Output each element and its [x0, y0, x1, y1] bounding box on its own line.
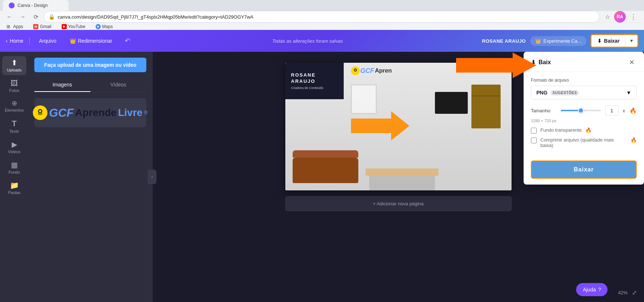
tamanho-input[interactable] [605, 105, 618, 116]
sidebar-item-fotos[interactable]: 🖼 Fotos [2, 77, 26, 96]
format-select-dropdown[interactable]: PNG SUGESTÕES ▼ [531, 86, 637, 100]
format-label: Formato de arquivo [531, 78, 637, 83]
zoom-level-text: 42% [618, 290, 628, 295]
canvas-page[interactable]: ROSANE ARAUJO Criadora de Conteúdo [285, 63, 512, 190]
left-panel: Faça upload de uma imagem ou vídeo Image… [28, 52, 153, 302]
canvas-name-title: Criadora de Conteúdo [291, 86, 338, 90]
chevron-left-icon: ‹ [6, 38, 8, 44]
left-sidebar: ⬆ Uploads 🖼 Fotos ⊕ Elementos T Texto ▶ … [0, 52, 28, 302]
upload-icon: ⬆ [11, 59, 18, 66]
fundo-transparente-checkbox[interactable] [531, 128, 537, 133]
profile-avatar[interactable]: RA [614, 11, 626, 23]
chevron-down-icon: ▼ [626, 90, 631, 96]
sidebar-item-fotos-label: Fotos [9, 88, 19, 93]
download-panel-title-text: Baix [539, 59, 551, 66]
orange-arrow-canvas-svg [351, 111, 409, 140]
download-panel-close-button[interactable]: ✕ [627, 58, 637, 67]
bookmark-youtube-label: YouTube [68, 24, 85, 29]
tab-title: Canva - Design [18, 3, 48, 8]
tab-videos-label: Vídeos [110, 82, 126, 88]
comprimir-checkbox[interactable] [531, 138, 537, 143]
gcf-registered-icon: ® [144, 110, 147, 116]
redimensionar-button[interactable]: 👑 Redimensionar [66, 36, 116, 46]
fundo-transparente-label: Fundo transparente [540, 127, 582, 133]
sidebar-item-uploads-label: Uploads [7, 68, 22, 72]
url-text: canva.com/design/DAD9Sqd_Pj8/7J7I_gT4spl… [58, 14, 595, 20]
orange-arrow-top-svg [456, 53, 536, 78]
sidebar-item-pastas[interactable]: 📁 Pastas [2, 179, 26, 198]
sidebar-item-fundo[interactable]: ▦ Fundo [2, 158, 26, 177]
panel-content: GCF Aprende Livre ® [28, 92, 152, 302]
crown-icon-2: 👑 [535, 38, 541, 44]
browser-actions: ☆ RA ⋮ [602, 11, 640, 23]
sidebar-item-uploads[interactable]: ⬆ Uploads [2, 56, 26, 75]
download-icon: ⬇ [597, 38, 602, 44]
home-link[interactable]: ‹ Home [6, 38, 23, 44]
download-btn-group: ⬇ Baixar ▼ [591, 34, 638, 47]
download-main-button[interactable]: ⬇ Baixar [591, 35, 625, 47]
undo-button[interactable]: ↶ [122, 35, 133, 46]
fundo-transparente-row: Fundo transparente 🔥 [531, 127, 637, 133]
format-name-text: PNG [536, 90, 547, 96]
panel-tabs: Imagens Vídeos [34, 78, 146, 92]
topbar-center: Todas as alterações foram salvas [139, 38, 476, 44]
bookmark-maps[interactable]: ◉ Maps [93, 23, 115, 30]
sidebar-item-videos[interactable]: ▶ Vídeos [2, 138, 26, 157]
topbar: ‹ Home Arquivo 👑 Redimensionar ↶ Todas a… [0, 30, 644, 52]
more-options-button[interactable]: ⋮ [627, 11, 640, 22]
active-tab[interactable]: Canva - Design [3, 0, 69, 11]
experimente-button[interactable]: 👑 Experimente Ca... [530, 36, 586, 46]
address-bar[interactable]: 🔒 canva.com/design/DAD9Sqd_Pj8/7J7I_gT4s… [44, 11, 599, 23]
tab-videos[interactable]: Vídeos [90, 78, 147, 92]
canvas-name-line1: ROSANE [291, 72, 338, 78]
svg-point-3 [355, 69, 356, 71]
canvas-shelf [471, 85, 501, 128]
home-label: Home [10, 38, 23, 44]
collapse-panel-button[interactable]: ‹ [148, 170, 157, 184]
bookmark-gmail-label: Gmail [40, 24, 51, 29]
canvas-table [366, 169, 439, 176]
tamanho-slider-thumb[interactable] [578, 108, 584, 113]
arquivo-button[interactable]: Arquivo [35, 36, 60, 46]
upload-media-button[interactable]: Faça upload de uma imagem ou vídeo [34, 58, 146, 72]
topbar-left: ‹ Home Arquivo 👑 Redimensionar ↶ [6, 35, 133, 46]
tab-favicon [9, 3, 15, 8]
tab-imagens-label: Imagens [53, 82, 72, 88]
refresh-button[interactable]: ⟳ [31, 12, 41, 22]
download-panel-header: ⬇ Baix ✕ [524, 52, 644, 72]
comprimir-row: Comprimir arquivo (qualidade mais baixa)… [531, 137, 637, 148]
tamanho-slider[interactable] [561, 110, 601, 111]
help-button[interactable]: Ajuda ? [576, 283, 608, 296]
expand-icon[interactable]: ⤢ [632, 289, 637, 296]
tab-imagens[interactable]: Imagens [34, 78, 90, 92]
bookmark-youtube[interactable]: ▶ YouTube [59, 23, 88, 30]
elements-icon: ⊕ [12, 100, 17, 107]
download-label: Baixar [604, 38, 620, 44]
sidebar-item-fundo-label: Fundo [8, 170, 20, 174]
sidebar-item-elementos-label: Elementos [5, 108, 24, 112]
star-button[interactable]: ☆ [602, 12, 613, 22]
tamanho-x: x [623, 108, 625, 113]
back-button[interactable]: ← [4, 12, 15, 22]
bookmark-maps-label: Maps [102, 24, 113, 29]
canvas-name-line2: ARAUJO [291, 78, 338, 85]
sidebar-item-texto[interactable]: T Texto [2, 117, 26, 136]
sidebar-item-elementos[interactable]: ⊕ Elementos [2, 97, 26, 115]
browser-toolbar: ← → ⟳ 🔒 canva.com/design/DAD9Sqd_Pj8/7J7… [0, 11, 644, 23]
canvas-gcf-icon [351, 66, 360, 75]
photos-icon: 🖼 [11, 80, 18, 87]
premium-icon-tamanho: 🔥 [629, 107, 637, 114]
add-page-button[interactable]: + Adicionar nova página [285, 196, 512, 211]
canvas-gcf-logo: GCF Apren [351, 66, 392, 75]
bookmark-apps[interactable]: ⊞ Apps [4, 23, 25, 30]
bookmark-gmail[interactable]: M Gmail [31, 23, 53, 30]
saved-status-text: Todas as alterações foram salvas [272, 38, 343, 44]
forward-button[interactable]: → [18, 12, 28, 22]
crown-icon: 👑 [70, 38, 76, 44]
gcf-text-aprende: Aprende [75, 107, 117, 119]
gmail-icon: M [33, 24, 38, 29]
download-dropdown-button[interactable]: ▼ [625, 35, 637, 46]
app-wrapper: ‹ Home Arquivo 👑 Redimensionar ↶ Todas a… [0, 30, 644, 302]
canvas-window [351, 85, 377, 114]
baixar-final-button[interactable]: Baixar [531, 160, 637, 179]
